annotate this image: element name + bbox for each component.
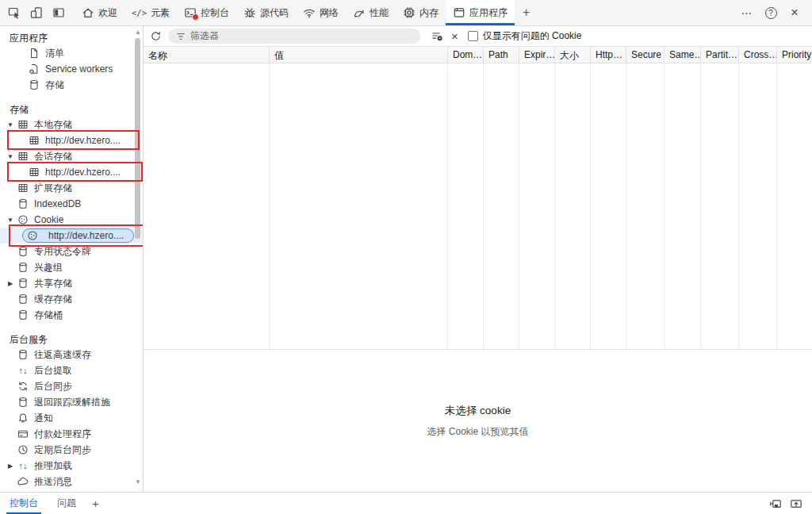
- sidebar-item-background-fetch[interactable]: ↑↓ 后台提取: [0, 362, 143, 378]
- column-header-path[interactable]: Path: [484, 47, 519, 63]
- column-header-secure[interactable]: Secure: [626, 47, 665, 63]
- tab-console[interactable]: 控制台: [177, 0, 236, 25]
- tab-label: 源代码: [260, 6, 289, 20]
- sidebar-item-cookies[interactable]: ▼ Cookie: [0, 212, 143, 228]
- database-icon: [17, 293, 29, 305]
- chevron-down-icon[interactable]: ▼: [3, 121, 17, 128]
- sidebar-item-background-sync[interactable]: 后台同步: [0, 378, 143, 394]
- column-header-value[interactable]: 值: [270, 47, 448, 63]
- database-icon: [17, 349, 29, 360]
- device-emulation-button[interactable]: [27, 3, 46, 22]
- item-label: 后台提取: [34, 364, 72, 378]
- sidebar-scrollbar[interactable]: ▲ ▼: [133, 26, 143, 492]
- sidebar-item-session-storage[interactable]: ▼ 会话存储: [0, 148, 143, 164]
- filter-input[interactable]: 筛选器: [168, 29, 420, 44]
- dock-left-icon: [52, 6, 65, 19]
- drawer-add-tab-button[interactable]: +: [86, 493, 105, 514]
- sidebar-item-indexeddb[interactable]: IndexedDB: [0, 196, 143, 212]
- performance-gauge-icon: [353, 6, 366, 19]
- column-header-size[interactable]: 大小: [555, 47, 591, 63]
- help-button[interactable]: ?: [761, 3, 780, 22]
- plus-icon: +: [523, 6, 530, 20]
- sidebar-item-local-storage[interactable]: ▼ 本地存储: [0, 117, 143, 132]
- more-options-icon: ⋯: [741, 6, 753, 19]
- devtools-window: 欢迎 </> 元素 控制台 源代码 网络: [0, 0, 812, 514]
- sidebar-item-session-storage-origin[interactable]: http://dev.hzero....: [0, 164, 143, 180]
- database-icon: [17, 397, 29, 408]
- cookies-panel: 筛选器 × 仅显示有问题的 Cookie 名称 值 Dom… Path Expi…: [144, 26, 812, 492]
- sidebar-item-service-workers[interactable]: Service workers: [0, 61, 143, 77]
- sidebar-item-manifest[interactable]: 清单: [0, 45, 143, 61]
- tab-label: 应用程序: [469, 6, 508, 20]
- sidebar-item-shared-storage[interactable]: ▶ 共享存储: [0, 275, 143, 291]
- scroll-down-icon[interactable]: ▼: [133, 478, 143, 485]
- column-header-name[interactable]: 名称: [144, 47, 270, 63]
- sidebar-item-extension-storage[interactable]: 扩展存储: [0, 180, 143, 196]
- sidebar-item-periodic-background-sync[interactable]: 定期后台同步: [0, 442, 143, 458]
- drawer-tab-console[interactable]: 控制台: [0, 493, 48, 514]
- refresh-icon[interactable]: [150, 30, 162, 42]
- tab-sources[interactable]: 源代码: [236, 0, 296, 25]
- dock-side-button[interactable]: [49, 3, 68, 22]
- expand-panel-icon[interactable]: [790, 497, 802, 510]
- more-tabs-button[interactable]: +: [515, 0, 538, 25]
- chevron-down-icon[interactable]: ▼: [3, 217, 17, 224]
- database-icon: [17, 278, 29, 289]
- tab-application[interactable]: 应用程序: [446, 0, 515, 25]
- checkbox-icon[interactable]: [468, 31, 478, 41]
- sidebar-item-back-forward-cache[interactable]: 往返高速缓存: [0, 347, 143, 362]
- database-icon: [29, 79, 40, 90]
- chevron-right-icon[interactable]: ▶: [3, 462, 17, 470]
- database-icon: [17, 198, 29, 209]
- column-header-httponly[interactable]: Http…: [591, 47, 626, 63]
- item-label: 共享存储: [34, 277, 72, 290]
- column-header-expires[interactable]: Expir…: [519, 47, 555, 63]
- tab-performance[interactable]: 性能: [346, 0, 396, 25]
- application-window-icon: [453, 6, 465, 19]
- drawer-tab-label: 控制台: [10, 497, 38, 510]
- chevron-down-icon[interactable]: ▼: [3, 153, 17, 160]
- sidebar-item-cache-storage[interactable]: 缓存存储: [0, 291, 143, 307]
- sidebar-item-notifications[interactable]: 通知: [0, 410, 143, 426]
- sidebar-item-local-storage-origin[interactable]: http://dev.hzero....: [0, 132, 143, 148]
- tab-label: 元素: [151, 6, 170, 20]
- sidebar-item-bounce-tracking[interactable]: 退回跟踪缓解措施: [0, 394, 143, 410]
- bell-icon: [17, 412, 29, 424]
- column-header-samesite[interactable]: Same…: [665, 47, 701, 63]
- chevron-right-icon[interactable]: ▶: [3, 280, 17, 287]
- only-issues-checkbox-row[interactable]: 仅显示有问题的 Cookie: [468, 29, 582, 43]
- column-header-partition[interactable]: Partit…: [701, 47, 739, 63]
- panel-tabs: 欢迎 </> 元素 控制台 源代码 网络: [75, 0, 538, 25]
- tab-elements[interactable]: </> 元素: [124, 0, 177, 25]
- column-header-domain[interactable]: Dom…: [448, 47, 484, 63]
- drawer-tab-issues[interactable]: 问题: [48, 493, 86, 514]
- table-grid-icon: [29, 167, 40, 178]
- column-header-priority[interactable]: Priority: [777, 47, 812, 63]
- scroll-up-icon[interactable]: ▲: [133, 29, 143, 36]
- tab-label: 内存: [419, 6, 439, 20]
- sidebar-item-cookie-origin-selected[interactable]: http://dev.hzero....: [0, 228, 143, 244]
- cookie-table-body-empty[interactable]: [144, 63, 812, 350]
- tab-network[interactable]: 网络: [296, 0, 346, 25]
- customize-devtools-button[interactable]: ⋯: [737, 3, 756, 22]
- tab-label: 控制台: [201, 6, 229, 20]
- application-panel-body: 应用程序 清单 Service workers 存储 存储 ▼ 本地存储: [0, 26, 812, 492]
- filter-settings-icon[interactable]: [431, 30, 443, 42]
- clear-filter-icon[interactable]: ×: [450, 29, 460, 43]
- sidebar-item-speculative-loads[interactable]: ▶ ↑↓ 推理加载: [0, 458, 143, 474]
- sidebar-item-private-state-tokens[interactable]: 专用状态令牌: [0, 244, 143, 259]
- inspect-element-button[interactable]: [5, 3, 24, 22]
- close-devtools-button[interactable]: ×: [785, 3, 804, 22]
- tab-welcome[interactable]: 欢迎: [75, 0, 124, 25]
- scrollbar-thumb[interactable]: [135, 38, 140, 239]
- sidebar-item-storage[interactable]: 存储: [0, 77, 143, 93]
- sidebar-item-storage-buckets[interactable]: 存储桶: [0, 307, 143, 323]
- item-label: 会话存储: [34, 150, 72, 163]
- sidebar-item-interest-groups[interactable]: 兴趣组: [0, 259, 143, 275]
- quick-view-icon[interactable]: [769, 497, 782, 510]
- item-label: 推送消息: [34, 475, 72, 489]
- sidebar-item-payment-handler[interactable]: 付款处理程序: [0, 426, 143, 442]
- tab-memory[interactable]: 内存: [396, 0, 446, 25]
- column-header-cross[interactable]: Cross…: [739, 47, 777, 63]
- sidebar-item-push-messaging[interactable]: 推送消息: [0, 474, 143, 489]
